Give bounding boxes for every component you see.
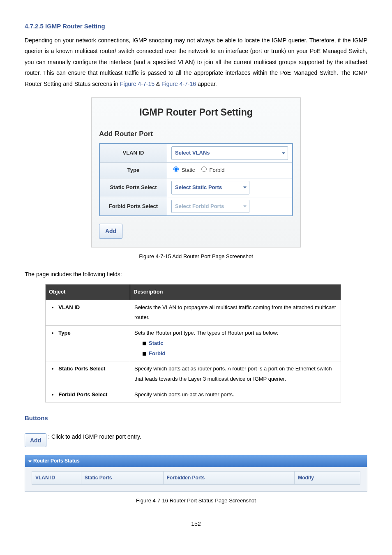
caption-2: Figure 4-7-16 Router Port Status Page Sc… — [25, 496, 367, 506]
field-desc: Sets the Router port type. The types of … — [134, 330, 278, 336]
row-vlan-id: VLAN ID Select VLANs — [99, 143, 293, 162]
field-row-type: • Type Sets the Router port type. The ty… — [46, 326, 341, 361]
figure-ref-2[interactable]: Figure 4-7-16 — [161, 81, 196, 87]
add-button-desc: : Click to add IGMP router port entry. — [48, 431, 141, 442]
buttons-heading: Buttons — [25, 412, 367, 424]
vlan-id-placeholder: Select VLANs — [175, 150, 210, 156]
status-panel-header[interactable]: Router Ports Status — [25, 455, 367, 467]
radio-static[interactable]: Static — [171, 167, 195, 173]
chevron-down-icon — [243, 205, 247, 207]
col-forbidden-ports: Forbidden Ports — [163, 472, 295, 485]
intro-tail: appear. — [196, 81, 217, 87]
panel-title: IGMP Router Port Setting — [99, 104, 293, 122]
forbid-ports-placeholder: Select Forbid Ports — [175, 203, 224, 209]
forbid-ports-select: Select Forbid Ports — [171, 200, 249, 213]
radio-forbid[interactable]: Forbid — [199, 167, 224, 173]
form-table: VLAN ID Select VLANs Type Static Forbid — [99, 143, 293, 216]
vlan-id-label: VLAN ID — [99, 143, 167, 162]
static-ports-select[interactable]: Select Static Ports — [171, 181, 249, 194]
intro-main: Depending on your network connections, I… — [25, 37, 367, 87]
row-forbid-ports: Forbid Ports Select Select Forbid Ports — [99, 197, 293, 216]
fields-head-obj: Object — [46, 284, 130, 300]
field-row-vlan-id: • VLAN ID Selects the VLAN to propagate … — [46, 300, 341, 325]
field-desc: Specify which ports act as router ports.… — [130, 361, 341, 387]
fields-header-row: Object Description — [46, 284, 341, 300]
square-bullet-icon — [143, 342, 146, 345]
square-bullet-icon — [143, 352, 146, 356]
chevron-down-icon — [28, 460, 32, 462]
caption-1-text: Add Router Port Page Screenshot — [171, 253, 253, 259]
row-type: Type Static Forbid — [99, 163, 293, 178]
status-head-text: Router Ports Status — [33, 458, 80, 464]
field-desc: Specify which ports un-act as router por… — [130, 387, 341, 402]
section-title: 4.7.2.5 IGMP Router Setting — [25, 21, 367, 32]
fields-intro: The page includes the following fields: — [25, 269, 367, 280]
page-number: 152 — [25, 518, 367, 530]
field-row-static-ports: • Static Ports Select Specify which port… — [46, 361, 341, 387]
field-name: Forbid Ports Select — [58, 391, 107, 398]
type-label: Type — [99, 163, 167, 178]
forbid-ports-label: Forbid Ports Select — [99, 197, 167, 216]
caption-1: Figure 4-7-15 Add Router Port Page Scree… — [25, 252, 367, 262]
caption-2-text: Router Port Status Page Screenshot — [168, 497, 256, 504]
field-sub-static: Static — [149, 340, 163, 346]
static-ports-label: Static Ports Select — [99, 178, 167, 197]
field-name: Type — [58, 330, 70, 336]
figure-ref-1[interactable]: Figure 4-7-15 — [120, 81, 154, 87]
intro-paragraph: Depending on your network connections, I… — [25, 35, 367, 90]
fields-head-desc: Description — [130, 284, 341, 300]
panel-subtitle: Add Router Port — [99, 127, 293, 141]
col-modify: Modify — [295, 472, 360, 485]
add-button[interactable]: Add — [99, 224, 122, 239]
caption-2-fig: Figure 4-7-16 — [136, 497, 168, 504]
field-row-forbid-ports: • Forbid Ports Select Specify which port… — [46, 387, 341, 402]
field-name: Static Ports Select — [58, 365, 105, 372]
col-static-ports: Static Ports — [81, 472, 163, 485]
field-sub-forbid: Forbid — [149, 350, 165, 356]
status-table: VLAN ID Static Ports Forbidden Ports Mod… — [32, 471, 360, 485]
col-vlan-id: VLAN ID — [32, 472, 81, 485]
static-ports-placeholder: Select Static Ports — [175, 184, 222, 190]
chevron-down-icon — [243, 187, 247, 189]
fields-table: Object Description • VLAN ID Selects the… — [45, 284, 341, 402]
field-desc: Selects the VLAN to propagate all multic… — [130, 300, 341, 325]
add-button-ref[interactable]: Add — [25, 433, 46, 448]
row-static-ports: Static Ports Select Select Static Ports — [99, 178, 293, 197]
vlan-id-select[interactable]: Select VLANs — [171, 146, 288, 160]
chevron-down-icon — [282, 152, 285, 154]
field-name: VLAN ID — [58, 304, 80, 310]
add-router-port-panel: IGMP Router Port Setting Add Router Port… — [91, 97, 301, 247]
caption-1-fig: Figure 4-7-15 — [139, 253, 171, 259]
intro-sep: & — [154, 81, 161, 87]
router-ports-status-panel: Router Ports Status VLAN ID Static Ports… — [25, 455, 367, 492]
